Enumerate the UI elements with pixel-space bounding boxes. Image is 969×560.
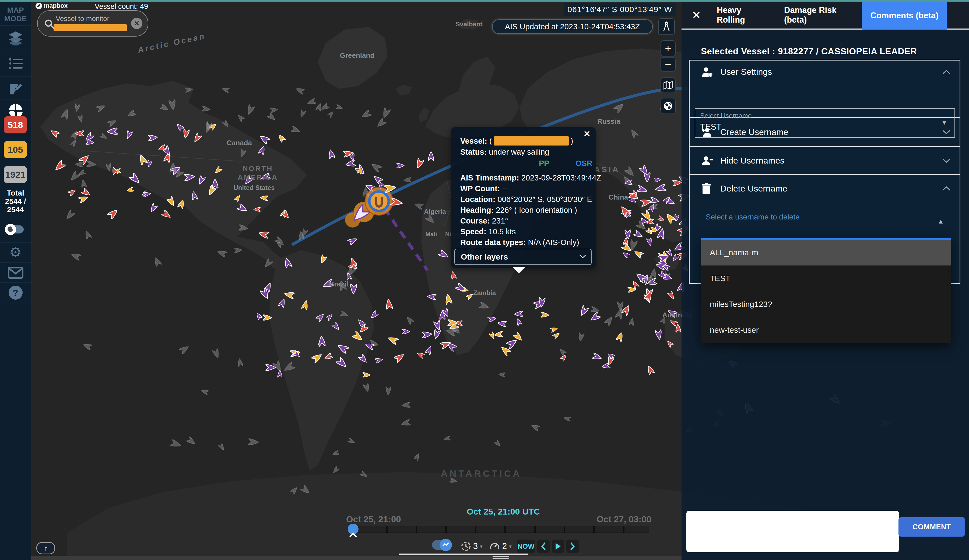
chevron-down-icon: [579, 254, 586, 259]
arrow-up-icon: ↑: [44, 544, 48, 552]
drag-handle[interactable]: [493, 556, 509, 560]
timeline-mode-toggle[interactable]: [432, 540, 450, 550]
panel-close-button[interactable]: ✕: [689, 8, 703, 23]
side-panel: ✕ Heavy Rolling Damage Risk (beta) Comme…: [681, 0, 969, 560]
select-username-region: Select Username TEST ▼: [689, 83, 960, 117]
sidebar-item-layers[interactable]: [0, 29, 31, 47]
map-label-china: China: [609, 193, 628, 201]
visibility-toggle[interactable]: [6, 225, 24, 233]
paren: ): [571, 137, 573, 145]
divider: [0, 242, 31, 243]
timeline-slider-track[interactable]: [358, 526, 649, 533]
badge-yellow-count[interactable]: 105: [4, 141, 27, 158]
comment-input[interactable]: [686, 511, 899, 552]
speedometer-icon: [489, 541, 500, 552]
divider: [0, 51, 31, 52]
popup-row-location: Location: 006°20′02″ S, 050°30′30″ E: [460, 195, 588, 204]
zoom-in-button[interactable]: +: [661, 40, 676, 56]
caret-up-icon[interactable]: ▲: [937, 218, 944, 225]
step-back-button[interactable]: [537, 540, 549, 553]
search-icon: [44, 19, 55, 30]
question-mark-icon: ?: [8, 286, 23, 300]
map-label-antarctica: ANTARCTICA: [441, 468, 522, 479]
search-placeholder: Vessel to monitor: [56, 15, 109, 23]
dropdown-option[interactable]: TEST: [701, 266, 951, 291]
collapse-timeline-button[interactable]: ↑: [36, 542, 55, 554]
accordion-header-user-settings[interactable]: User Settings: [689, 60, 960, 83]
dropdown-option[interactable]: new-test-user: [701, 317, 951, 343]
popup-row-speed: Speed: 10.5 kts: [460, 227, 588, 236]
row-value: 10.5 kts: [488, 227, 516, 236]
divider: [0, 25, 31, 26]
status-label: Status:: [460, 148, 487, 156]
row-value: 226° ( Icon orientation ): [496, 206, 577, 214]
map-label-zambia: Zambia: [473, 289, 496, 296]
row-label: Location:: [460, 195, 496, 204]
settings-button[interactable]: ⚙: [0, 244, 31, 260]
playback-speed-dropdown[interactable]: 2 ▾: [489, 540, 512, 552]
divider: [0, 302, 31, 303]
layers-icon: [8, 30, 23, 45]
panel-tab-bar: ✕ Heavy Rolling Damage Risk (beta) Comme…: [681, 2, 969, 30]
now-button[interactable]: NOW: [517, 540, 535, 553]
map-label-svalbard: Svalbard: [455, 20, 483, 28]
clock-icon: [461, 541, 471, 552]
play-button[interactable]: [552, 540, 564, 553]
delete-select-label[interactable]: Select a username to delete: [706, 213, 800, 221]
clear-search-button[interactable]: ✕: [131, 18, 142, 29]
accordion-header-hide-usernames[interactable]: Hide Usernames: [689, 147, 960, 174]
zoom-out-button[interactable]: −: [661, 57, 676, 71]
chevron-up-icon: [942, 70, 951, 75]
vessel-count: Vessel count: 49: [81, 2, 148, 11]
pie-chart-icon: [8, 103, 23, 118]
mapbox-attribution[interactable]: mapbox: [35, 2, 68, 9]
time-step-dropdown[interactable]: 3 ▾: [461, 540, 483, 552]
popup-pointer: [513, 268, 525, 273]
badge-red-count[interactable]: 518: [4, 116, 27, 133]
folded-map-icon: [664, 81, 673, 90]
sidebar-item-report[interactable]: [0, 80, 31, 97]
section-label: Create Username: [720, 127, 788, 137]
pp-link[interactable]: PP: [539, 159, 549, 168]
accordion-header-delete-username[interactable]: Delete Username: [689, 175, 960, 202]
messages-button[interactable]: [0, 265, 31, 281]
measure-tool-button[interactable]: [658, 18, 675, 35]
speed-value: 2: [502, 542, 507, 551]
search-value-redacted: [53, 24, 127, 31]
map-label-mali: Mali: [426, 231, 437, 238]
tab-comments-active[interactable]: Comments (beta): [862, 2, 947, 30]
other-layers-select[interactable]: Other layers: [455, 249, 592, 265]
badge-gray-count[interactable]: 1921: [4, 166, 27, 183]
dropdown-option-selected[interactable]: ALL_nama-m: [701, 240, 951, 266]
row-value: --: [502, 184, 508, 193]
map-label-brazil: Brazil: [329, 280, 348, 288]
map-mode-title: MAP MODE: [0, 6, 31, 23]
map-label-america: AMERICA: [238, 173, 278, 181]
total-line3: 2544: [0, 206, 31, 214]
accordion-header-create-username[interactable]: Create Username: [689, 118, 960, 146]
comment-submit-button[interactable]: COMMENT: [899, 517, 965, 537]
edit-note-icon: [8, 81, 23, 96]
help-button[interactable]: ?: [0, 284, 31, 301]
popup-status-row: Status: under way sailing: [460, 148, 588, 156]
option-label: milesTesting123?: [710, 300, 772, 309]
user-minus-icon: [701, 155, 713, 166]
option-label: TEST: [710, 274, 731, 283]
osr-link[interactable]: OSR: [576, 159, 593, 168]
row-label: Speed:: [460, 227, 486, 236]
vessel-search-input[interactable]: Vessel to monitor ✕: [37, 10, 148, 37]
dropdown-option[interactable]: milesTesting123?: [701, 291, 951, 317]
selected-vessel-ring[interactable]: [369, 191, 389, 211]
sidebar-item-list[interactable]: [0, 54, 31, 72]
tab-heavy-rolling[interactable]: Heavy Rolling: [717, 2, 768, 28]
step-forward-button[interactable]: [566, 540, 579, 553]
section-label: Hide Usernames: [720, 156, 784, 166]
chevron-down-icon: [942, 158, 951, 163]
globe-projection-button[interactable]: [661, 98, 676, 114]
tab-damage-risk[interactable]: Damage Risk (beta): [784, 2, 856, 28]
map-label-greenland: Greenland: [340, 52, 375, 60]
compass-divider-icon: [662, 21, 671, 32]
map-style-button[interactable]: [661, 78, 676, 93]
timeline-start-label: Oct 25, 21:00: [346, 514, 401, 525]
map-label-algeria: Algeria: [424, 208, 446, 215]
